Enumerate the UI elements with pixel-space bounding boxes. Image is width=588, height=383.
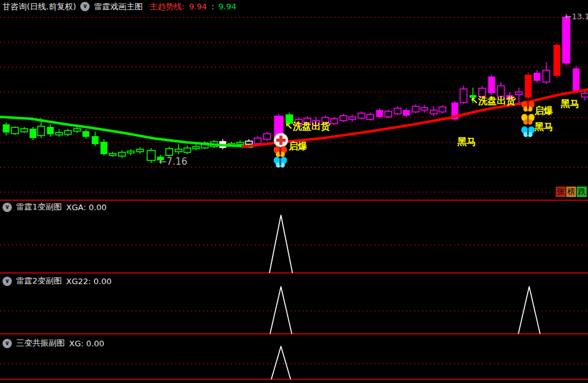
baselines: [0, 200, 588, 379]
dark-horse-annotation-3: 黑马: [561, 98, 579, 110]
butterfly-icon-cyan-2: [521, 126, 535, 137]
dark-horse-annotation-1: 黑马: [457, 136, 476, 148]
high-price-annotation: ←13.1: [565, 12, 588, 21]
titlebar: 甘咨询(日线.前复权) ∨ 雷霆戏画主图 主趋势线: 9.94 : 9.94: [2, 1, 236, 12]
panel2-signal-value: XG22: 0.00: [66, 277, 111, 286]
butterfly-icon-cyan-1: [273, 156, 287, 168]
ignite-annotation-1: 启爆: [289, 141, 307, 152]
gridlines: [0, 17, 588, 364]
panel-header-2: ∨ 雷霆2变副图 XG22: 0.00: [2, 275, 111, 287]
indicator-dropdown-icon[interactable]: ∨: [80, 2, 90, 11]
panel3-title[interactable]: 三变共振副图: [16, 338, 65, 349]
main-indicator-name[interactable]: 雷霆戏画主图: [94, 1, 142, 12]
red-trend-line: [243, 90, 588, 147]
badge-board[interactable]: 榜: [566, 187, 576, 197]
panel-header-3: ∨ 三变共振副图 XG: 0.00: [2, 338, 104, 349]
panel1-signal-value: XGA: 0.00: [66, 203, 106, 212]
signal-spikes: [269, 215, 540, 379]
ignite-annotation-2: 启爆: [534, 105, 553, 117]
trading-app-window: 甘咨询(日线.前复权) ∨ 雷霆戏画主图 主趋势线: 9.94 : 9.94 ←…: [0, 0, 588, 383]
trend-value-green: 9.94: [218, 2, 236, 11]
chart-canvas: [0, 0, 588, 383]
trend-value-separator: :: [212, 2, 214, 11]
washout-annotation-2: ↖洗盘出货: [470, 95, 516, 107]
panel3-signal-value: XG: 0.00: [69, 339, 104, 348]
washout-annotation-1: ↖洗盘出货: [285, 121, 330, 132]
panel-header-1: ∨ 雷霆1变副图 XGA: 0.00: [2, 201, 106, 213]
badge-fall[interactable]: 跌: [577, 187, 587, 197]
trend-line-label: 主趋势线:: [149, 1, 184, 12]
low-price-annotation: ←7.16: [159, 156, 187, 167]
panel1-title[interactable]: 雷霆1变副图: [16, 201, 62, 213]
panel2-title[interactable]: 雷霆2变副图: [16, 275, 62, 287]
trend-value-red: 9.94: [189, 2, 207, 11]
panel1-dropdown-icon[interactable]: ∨: [2, 203, 12, 212]
symbol-period-label: 甘咨询(日线.前复权): [2, 1, 76, 12]
panel2-dropdown-icon[interactable]: ∨: [2, 277, 12, 286]
panel3-dropdown-icon[interactable]: ∨: [2, 339, 12, 348]
butterfly-icon-red-2: [521, 100, 535, 112]
badge-rise[interactable]: 张: [556, 187, 566, 197]
dark-horse-annotation-2: 黑马: [534, 121, 553, 133]
butterfly-icon-yellow: [521, 113, 535, 125]
